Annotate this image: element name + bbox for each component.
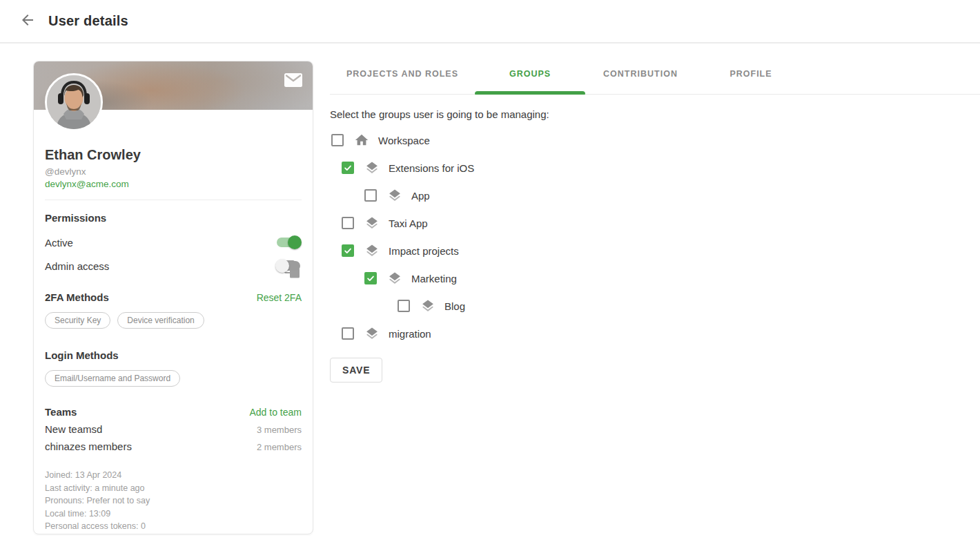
checkbox-blog[interactable] (398, 300, 410, 312)
admin-access-label: Admin access (45, 260, 109, 272)
tab-groups[interactable]: GROUPS (475, 69, 585, 94)
tab-profile[interactable]: PROFILE (696, 69, 806, 94)
layers-icon (420, 298, 435, 313)
tab-label: PROJECTS AND ROLES (346, 69, 458, 79)
tree-label: Taxi App (389, 218, 428, 229)
tree-label: migration (389, 328, 431, 340)
user-meta-block: Joined: 13 Apr 2024 Last activity: a min… (45, 469, 302, 534)
back-button[interactable] (17, 10, 39, 32)
tab-label: GROUPS (509, 69, 551, 79)
tree-row-workspace: Workspace (330, 126, 963, 154)
groups-tree: Workspace Extensions for iOS App Taxi Ap… (330, 126, 963, 347)
tree-label: Blog (444, 300, 465, 312)
layers-icon (364, 243, 380, 258)
tab-bar: PROJECTS AND ROLES GROUPS CONTRIBUTION P… (330, 44, 980, 95)
permissions-heading: Permissions (45, 212, 302, 224)
back-arrow-icon (19, 12, 36, 30)
active-toggle[interactable] (275, 235, 302, 249)
tab-contribution[interactable]: CONTRIBUTION (585, 69, 696, 94)
meta-joined: Joined: 13 Apr 2024 (45, 469, 302, 482)
admin-access-toggle[interactable] (275, 259, 302, 273)
layers-icon (387, 188, 402, 203)
checkbox-marketing[interactable] (364, 272, 377, 284)
tree-label: Marketing (411, 273, 457, 284)
app-header: User details (0, 0, 980, 44)
tree-label: App (411, 190, 430, 202)
user-name: Ethan Crowley (45, 147, 302, 163)
login-method-chip: Email/Username and Password (45, 370, 180, 387)
tree-row-impact-projects: Impact projects (330, 237, 963, 264)
team-row: chinazes members 2 members (45, 441, 302, 452)
checkbox-taxi-app[interactable] (342, 217, 354, 229)
tab-label: PROFILE (729, 69, 772, 79)
groups-instruction: Select the groups user is going to be ma… (330, 108, 963, 120)
layers-icon (364, 160, 380, 175)
tab-label: CONTRIBUTION (603, 69, 678, 79)
tree-row-app: App (330, 182, 963, 209)
active-tab-underline (475, 91, 585, 95)
mail-icon (284, 79, 303, 90)
team-row: New teamsd 3 members (45, 423, 302, 435)
tree-row-extensions-for-ios: Extensions for iOS (330, 154, 963, 182)
user-username: @devlynx (45, 166, 302, 177)
layers-icon (364, 215, 380, 231)
team-name: chinazes members (45, 441, 132, 452)
team-members-count: 2 members (257, 442, 302, 452)
tree-row-marketing: Marketing (330, 264, 963, 292)
meta-local-time: Local time: 13:09 (45, 508, 302, 521)
checkbox-migration[interactable] (342, 327, 354, 340)
tree-label: Impact projects (389, 245, 459, 257)
tab-projects-and-roles[interactable]: PROJECTS AND ROLES (330, 69, 475, 94)
tree-row-blog: Blog (330, 292, 963, 320)
meta-registration: Direct registration (45, 533, 302, 535)
checkbox-app[interactable] (364, 189, 377, 202)
login-methods-heading: Login Methods (45, 349, 302, 361)
tree-label: Workspace (378, 135, 430, 146)
tree-row-taxi-app: Taxi App (330, 209, 963, 237)
user-detail-panel: PROJECTS AND ROLES GROUPS CONTRIBUTION P… (330, 44, 980, 551)
send-mail-button[interactable] (284, 72, 303, 88)
team-name: New teamsd (45, 423, 102, 435)
twofa-method-chip: Security Key (45, 312, 110, 329)
layers-icon (387, 271, 402, 286)
user-email-link[interactable]: devlynx@acme.com (45, 179, 129, 189)
meta-last-activity: Last activity: a minute ago (45, 482, 302, 495)
add-to-team-link[interactable]: Add to team (250, 407, 302, 418)
twofa-method-chip: Device verification (117, 312, 204, 329)
active-toggle-row: Active (45, 235, 302, 249)
active-label: Active (45, 237, 73, 249)
checkbox-impact-projects[interactable] (342, 244, 354, 257)
checkbox-workspace[interactable] (331, 134, 344, 146)
tree-label: Extensions for iOS (389, 162, 474, 174)
meta-pronouns: Pronouns: Prefer not to say (45, 494, 302, 508)
home-icon (354, 133, 369, 148)
save-button[interactable]: SAVE (330, 358, 382, 383)
meta-access-tokens: Personal access tokens: 0 (45, 520, 302, 533)
team-members-count: 3 members (257, 425, 302, 435)
profile-card: Ethan Crowley @devlynx devlynx@acme.com … (33, 61, 313, 534)
reset-2fa-link[interactable]: Reset 2FA (257, 292, 302, 303)
teams-heading: Teams (45, 406, 77, 418)
page-title: User details (48, 13, 128, 29)
avatar (45, 73, 103, 131)
admin-toggle-row: Admin access (45, 259, 302, 273)
checkbox-extensions-for-ios[interactable] (342, 162, 354, 174)
layers-icon (364, 326, 380, 341)
twofa-heading: 2FA Methods (45, 291, 109, 303)
card-divider (45, 200, 302, 200)
tree-row-migration: migration (330, 320, 963, 347)
